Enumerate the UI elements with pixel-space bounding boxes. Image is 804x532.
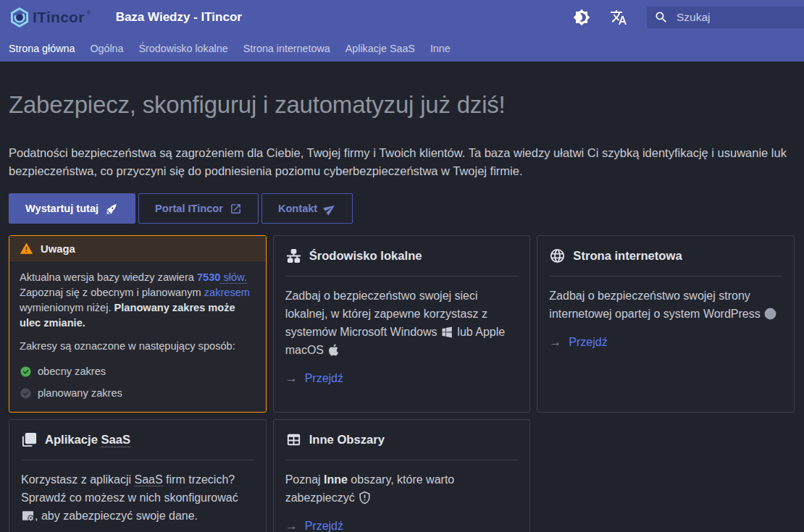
page-title: Baza Wiedzy - ITincor (116, 10, 242, 25)
card-website-title-row: Strona internetowa (549, 247, 782, 265)
scope-legend: obecny zakres planowany zakres (20, 364, 256, 401)
tab-aplikacje-saas[interactable]: Aplikacje SaaS (346, 43, 415, 54)
windows-logo-icon (440, 325, 454, 339)
legend-label-planned: planowany zakres (38, 386, 122, 401)
legend-item-planned: planowany zakres (20, 386, 256, 401)
hero-intro: Podatności bezpieczeństwa są zagrożeniem… (9, 144, 795, 180)
divider (549, 276, 782, 276)
portal-button[interactable]: Portal ITincor (138, 193, 259, 224)
tab-strona-glowna[interactable]: Strona główna (9, 43, 75, 54)
brightness-toggle-icon (573, 9, 590, 26)
admonition-paragraph-2: Zakresy są oznaczone w następujący sposó… (20, 339, 256, 354)
adm-text: Zapoznaj się z obecnym i planowanym (20, 287, 204, 298)
logo-text: ITincor (33, 9, 85, 26)
scope-link[interactable]: zakresem (204, 287, 250, 298)
translate-icon (610, 9, 627, 26)
theme-toggle-button[interactable] (573, 9, 590, 26)
hero-heading: Zabezpiecz, skonfiguruj i zautomatyzuj j… (9, 90, 795, 119)
card-website-title: Strona internetowa (573, 247, 682, 265)
card-other-text: Poznaj Inne obszary, które warto zabezpi… (285, 470, 519, 507)
hero-buttons: Wystartuj tutaj Portal ITincor Kontakt (9, 193, 795, 224)
word-count-value: 7530 (197, 271, 220, 283)
card-local-title-row: Środowisko lokalne (285, 247, 519, 265)
lan-network-icon (285, 248, 302, 264)
card-local-title: Środowisko lokalne (309, 247, 422, 265)
card-text: Zadbaj o bezpieczeństwo swojej strony in… (549, 290, 763, 320)
arrow-right-icon: → (285, 517, 298, 532)
legend-item-current: obecny zakres (20, 364, 256, 379)
admonition-body: Aktualna wersja bazy wiedzy zawiera 7530… (9, 261, 266, 412)
wordpress-logo-icon (763, 307, 777, 321)
table-icon (285, 431, 302, 448)
adm-text: Aktualna wersja bazy wiedzy zawiera (20, 271, 197, 283)
start-here-button[interactable]: Wystartuj tutaj (9, 193, 135, 224)
card-other-title: Inne Obszary (309, 431, 385, 449)
card-website: Strona internetowa Zadbaj o bezpieczeńst… (537, 235, 795, 413)
card-saas: Aplikacje SaaS Korzystasz z aplikacji Sa… (9, 419, 267, 532)
word-count-link[interactable]: 7530 słów. (197, 271, 247, 284)
divider (285, 276, 519, 276)
admonition-header: Uwaga (9, 236, 266, 261)
search-icon (654, 10, 669, 25)
card-local-environment: Środowisko lokalne Zadbaj o bezpieczeńst… (273, 235, 531, 413)
saas-abbr: SaaS (101, 433, 130, 447)
globe-icon (549, 248, 566, 264)
card-text: Aplikacje (45, 433, 101, 447)
check-circle-gray-icon (20, 387, 32, 400)
legend-label-current: obecny zakres (38, 364, 106, 379)
search-box[interactable] (647, 7, 804, 28)
card-saas-text: Korzystasz z aplikacji SaaS firm trzecic… (21, 470, 254, 525)
card-local-text: Zadbaj o bezpieczeństwo swojej sieci lok… (285, 287, 519, 359)
warning-triangle-icon (20, 242, 33, 256)
logo[interactable]: ITincor ® (9, 7, 91, 28)
card-text: , aby zabezpieczyć swoje dane. (35, 510, 198, 522)
language-select-button[interactable] (610, 9, 627, 26)
tab-ogolna[interactable]: Ogólna (90, 43, 123, 54)
card-saas-title-row: Aplikacje SaaS (21, 431, 254, 449)
card-saas-title: Aplikacje SaaS (45, 431, 130, 449)
rocket-icon (105, 202, 119, 216)
saas-abbr: SaaS (135, 473, 163, 486)
shield-alert-icon (358, 491, 372, 504)
card-text: Korzystasz z aplikacji (21, 473, 135, 486)
logo-registered-mark: ® (87, 9, 91, 16)
card-other-title-row: Inne Obszary (285, 431, 519, 449)
other-bold: Inne (324, 473, 348, 486)
check-circle-green-icon (20, 366, 32, 378)
admonition-title: Uwaga (41, 243, 75, 255)
tab-strona-internetowa[interactable]: Strona internetowa (243, 43, 330, 54)
go-label: Przejdź (305, 369, 343, 387)
arrow-right-icon: → (285, 369, 298, 387)
portal-label: Portal ITincor (155, 203, 223, 214)
word-count-unit: słów. (220, 271, 247, 284)
tab-srodowisko-lokalne[interactable]: Środowisko lokalne (139, 43, 228, 54)
open-in-new-icon (230, 203, 242, 215)
nav-tabs: Strona główna Ogólna Środowisko lokalne … (0, 35, 804, 62)
app-cog-icon (21, 509, 35, 523)
contact-label: Kontakt (278, 203, 317, 214)
tab-inne[interactable]: Inne (430, 43, 451, 54)
apple-logo-icon (327, 343, 340, 357)
contact-button[interactable]: Kontakt (261, 193, 353, 224)
search-input[interactable] (675, 10, 797, 25)
header-actions (573, 7, 804, 28)
warning-admonition-card: Uwaga Aktualna wersja bazy wiedzy zawier… (9, 235, 267, 413)
card-website-text: Zadbaj o bezpieczeństwo swojej strony in… (549, 287, 782, 323)
app-header: ITincor ® Baza Wiedzy - ITincor (0, 0, 804, 35)
card-text: Poznaj (285, 473, 324, 486)
arrow-right-icon: → (549, 333, 561, 351)
divider (21, 460, 254, 460)
card-other-go-link[interactable]: →Przejdź (285, 517, 519, 532)
admonition-paragraph-1: Aktualna wersja bazy wiedzy zawiera 7530… (20, 270, 256, 331)
stacked-apps-icon (21, 431, 38, 448)
main-content: Zabezpiecz, skonfiguruj i zautomatyzuj j… (0, 90, 804, 532)
divider (285, 460, 519, 460)
card-local-go-link[interactable]: →Przejdź (285, 369, 519, 387)
card-website-go-link[interactable]: →Przejdź (549, 333, 782, 351)
go-label: Przejdź (305, 517, 343, 532)
start-here-label: Wystartuj tutaj (25, 203, 99, 214)
card-grid: Uwaga Aktualna wersja bazy wiedzy zawier… (9, 235, 795, 532)
send-icon (322, 200, 339, 217)
go-label: Przejdź (569, 333, 607, 351)
card-other-areas: Inne Obszary Poznaj Inne obszary, które … (273, 419, 531, 532)
